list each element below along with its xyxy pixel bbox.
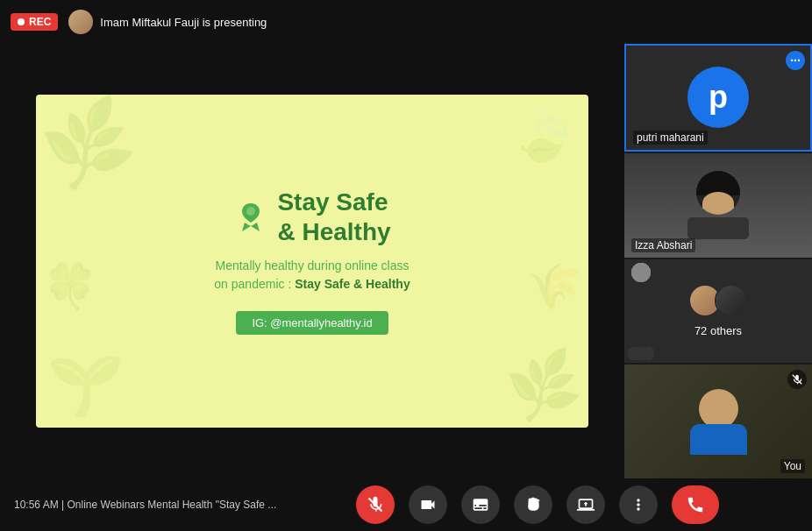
captions-button[interactable] (461, 485, 500, 524)
rec-badge: REC (11, 13, 58, 31)
presenter-avatar (68, 10, 93, 34)
izza-name: Izza Abshari (631, 238, 695, 252)
others-count-label: 72 others (694, 324, 742, 337)
you-label: You (780, 459, 805, 473)
presentation-slide: 🌿 🍃 🌱 🌿 🍀 🌾 Stay Safe & Healthy (36, 95, 588, 428)
current-time: 10:56 AM (14, 499, 59, 511)
participant-tile-others: 72 others (624, 259, 812, 364)
end-call-button[interactable] (672, 485, 719, 524)
more-options-button[interactable] (619, 485, 658, 524)
slide-logo: Stay Safe & Healthy (233, 188, 390, 246)
raise-hand-button[interactable] (514, 485, 552, 524)
participant-tile-putri: p putri maharani ··· (624, 44, 812, 152)
ribbon-icon (233, 200, 268, 235)
svg-point-0 (246, 207, 255, 216)
more-options-button-putri[interactable]: ··· (786, 51, 805, 70)
slide-ig-label: IG: @mentallyhealthy.id (236, 311, 388, 335)
share-screen-button[interactable] (566, 485, 605, 524)
main-content: 🌿 🍃 🌱 🌿 🍀 🌾 Stay Safe & Healthy (0, 44, 624, 478)
others-avatar-2 (715, 284, 748, 317)
meeting-title: Online Webinars Mental Health "Stay Safe… (68, 499, 277, 511)
others-avatars (688, 284, 748, 317)
rec-label: REC (29, 16, 51, 28)
controls-bar (276, 485, 798, 524)
slide-content: Stay Safe & Healthy Mentally healthy dur… (214, 188, 410, 335)
slide-title: Stay Safe & Healthy (277, 188, 390, 246)
putri-avatar: p (687, 67, 749, 128)
slide-subtitle: Mentally healthy during online classon p… (214, 257, 410, 294)
top-bar: REC Imam Miftakul Fauji is presenting (0, 0, 812, 44)
presenter-info: Imam Miftakul Fauji is presenting (68, 10, 267, 34)
bottom-bar: 10:56 AM | Online Webinars Mental Health… (0, 478, 812, 531)
right-panel: p putri maharani ··· Izza Abshari (624, 44, 812, 478)
slide-subtitle-bold: Stay Safe & Healthy (295, 277, 410, 291)
putri-name: putri maharani (633, 131, 708, 145)
participant-tile-you: You (624, 365, 812, 478)
participant-tile-izza: Izza Abshari (624, 153, 812, 258)
camera-toggle-button[interactable] (409, 485, 447, 524)
presenter-text: Imam Miftakul Fauji is presenting (100, 16, 267, 29)
rec-dot (18, 18, 25, 25)
time-and-meeting-info: 10:56 AM | Online Webinars Mental Health… (14, 499, 276, 511)
mic-toggle-button[interactable] (356, 485, 395, 524)
